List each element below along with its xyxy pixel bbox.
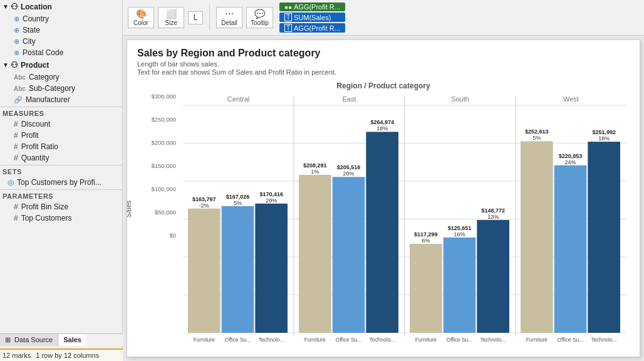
field-country[interactable]: ⊕ Country <box>0 13 122 24</box>
location-caret: ▼ <box>3 3 9 10</box>
hash-icon-profit-bin: # <box>14 202 18 211</box>
svg-text:Furniture: Furniture <box>194 337 215 343</box>
y-axis-label: Sales <box>127 200 132 217</box>
svg-rect-58 <box>588 142 620 333</box>
y-axis: Sales $300,000 $250,000 $200,000 $150,00… <box>137 93 180 352</box>
size-icon: ⬜ <box>166 9 177 19</box>
detail-button[interactable]: ⋯ Detail <box>216 7 242 28</box>
svg-rect-8 <box>188 209 221 333</box>
field-profit[interactable]: # Profit <box>0 130 122 141</box>
measures-header: Measures <box>0 107 122 118</box>
field-city[interactable]: ⊕ City <box>0 36 122 47</box>
manufacturer-label: Manufacturer <box>26 95 70 104</box>
sub-category-label: Sub-Category <box>29 84 75 93</box>
label-button[interactable]: L <box>188 11 203 24</box>
location-section-header[interactable]: ▼ ⚇ Location <box>0 0 122 13</box>
field-postal-code[interactable]: ⊕ Postal Code <box>0 47 122 58</box>
marks-toolbar: 🎨 Color ⬜ Size L ⋯ Detail 💬 Tooltip ●● A… <box>123 0 644 36</box>
product-label: Product <box>21 61 49 70</box>
svg-rect-54 <box>554 165 587 333</box>
svg-text:5%: 5% <box>532 135 541 141</box>
svg-text:-2%: -2% <box>199 202 209 209</box>
svg-text:Office Su...: Office Su... <box>447 337 473 343</box>
top-customers-param-label: Top Customers <box>21 214 72 222</box>
svg-rect-26 <box>333 177 365 333</box>
svg-text:18%: 18% <box>598 135 610 142</box>
svg-text:$205,516: $205,516 <box>337 164 361 170</box>
pill-agg-profit-r1[interactable]: ●● AGG(Profit R... <box>279 3 345 11</box>
field-profit-bin-size[interactable]: # Profit Bin Size <box>0 201 122 212</box>
hash-icon-profit: # <box>14 131 18 140</box>
sets-header: Sets <box>0 165 122 177</box>
svg-text:$125,651: $125,651 <box>448 225 472 231</box>
color-button[interactable]: 🎨 Color <box>128 7 154 28</box>
color-label: Color <box>133 19 148 26</box>
set-top-customers[interactable]: ◎ Top Customers by Profi... <box>0 177 122 188</box>
svg-text:South: South <box>451 95 469 103</box>
hash-icon-profit-ratio: # <box>14 142 18 151</box>
svg-rect-50 <box>521 141 553 333</box>
svg-text:$167,026: $167,026 <box>226 194 250 200</box>
top-customers-label: Top Customers by Profi... <box>17 178 101 187</box>
svg-rect-44 <box>477 220 509 333</box>
field-top-customers-param[interactable]: # Top Customers <box>0 212 122 224</box>
detail-label: Detail <box>221 19 237 26</box>
T-icon-1: T <box>284 13 292 21</box>
pill-sum-sales[interactable]: T SUM(Sales) <box>279 13 345 22</box>
product-section-header[interactable]: ▼ ⚇ Product <box>0 58 122 71</box>
profit-ratio-label: Profit Ratio <box>21 142 58 151</box>
y-tick-200k: $200,000 <box>151 139 176 146</box>
tab-data-source[interactable]: ⊞ Data Source <box>0 334 58 346</box>
circle-icon: ●● <box>284 4 292 11</box>
pill-agg2-label: AGG(Profit R... <box>294 24 340 32</box>
size-button[interactable]: ⬜ Size <box>158 7 184 28</box>
svg-text:$264,974: $264,974 <box>370 119 394 125</box>
field-category[interactable]: Abc Category <box>0 71 122 83</box>
svg-text:$117,299: $117,299 <box>414 231 438 238</box>
chart-subtitle1: Length of bar shows sales. <box>137 60 630 68</box>
category-label: Category <box>29 73 60 81</box>
paperclip-icon: 🔗 <box>14 96 23 104</box>
data-source-tab-label: Data Source <box>14 336 53 343</box>
tooltip-icon: 💬 <box>254 9 265 19</box>
svg-text:Central: Central <box>227 95 249 103</box>
size-label: Size <box>165 19 177 26</box>
svg-rect-16 <box>255 204 288 333</box>
rows-columns: 1 row by 12 columns <box>36 352 99 359</box>
svg-text:Office Su...: Office Su... <box>225 337 251 343</box>
svg-text:Technolo...: Technolo... <box>480 337 506 343</box>
quantity-label: Quantity <box>21 154 49 162</box>
svg-text:Technolo...: Technolo... <box>259 337 284 343</box>
field-quantity[interactable]: # Quantity <box>0 152 122 164</box>
bars-container: Central$163,797-2%Furniture$167,0265%Off… <box>180 93 630 352</box>
state-label: State <box>23 26 40 34</box>
svg-text:$252,613: $252,613 <box>525 128 549 135</box>
field-manufacturer[interactable]: 🔗 Manufacturer <box>0 94 122 105</box>
globe-icon-city: ⊕ <box>14 38 19 46</box>
svg-rect-30 <box>366 132 398 333</box>
city-label: City <box>23 37 36 46</box>
field-sub-category[interactable]: Abc Sub-Category <box>0 83 122 94</box>
y-tick-100k: $100,000 <box>151 186 176 192</box>
svg-text:$251,992: $251,992 <box>592 129 616 135</box>
tooltip-button[interactable]: 💬 Tooltip <box>246 7 273 28</box>
venn-icon: ◎ <box>8 178 14 187</box>
sales-tab-label: Sales <box>63 336 81 343</box>
field-discount[interactable]: # Discount <box>0 118 122 130</box>
svg-text:16%: 16% <box>454 231 465 238</box>
profit-label: Profit <box>21 131 39 140</box>
globe-icon-postal: ⊕ <box>14 49 19 57</box>
hash-icon-discount: # <box>14 120 18 128</box>
globe-icon-state: ⊕ <box>14 26 19 34</box>
pill-agg-profit-r2[interactable]: T AGG(Profit R... <box>279 23 345 33</box>
field-profit-ratio[interactable]: # Profit Ratio <box>0 141 122 152</box>
parameters-header: Parameters <box>0 189 122 201</box>
tooltip-label: Tooltip <box>251 19 269 26</box>
field-state[interactable]: ⊕ State <box>0 24 122 36</box>
svg-text:Furniture: Furniture <box>526 337 548 343</box>
y-tick-0: $0 <box>169 232 176 239</box>
tab-sales[interactable]: Sales <box>58 334 86 346</box>
svg-text:5%: 5% <box>234 200 242 206</box>
chart-body: Region / Product category Sales $300,000… <box>137 81 630 352</box>
chart-main: Sales $300,000 $250,000 $200,000 $150,00… <box>137 93 630 352</box>
